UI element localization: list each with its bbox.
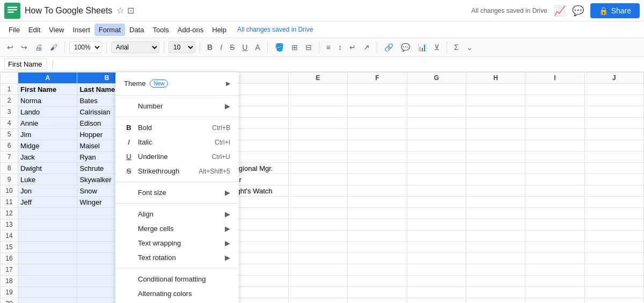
cell-19-I[interactable]	[525, 287, 584, 298]
underline-button[interactable]: U	[239, 41, 250, 53]
cell-14-E[interactable]	[288, 230, 347, 242]
cell-20-J[interactable]	[584, 298, 643, 304]
cell-5-F[interactable]	[348, 129, 407, 140]
menu-item-text-wrapping[interactable]: Text wrapping ▶	[115, 236, 239, 250]
cell-8-E[interactable]	[288, 163, 347, 174]
cell-1-F[interactable]	[348, 84, 407, 95]
cell-2-J[interactable]	[584, 95, 643, 106]
cell-2-A[interactable]: Norma	[18, 95, 77, 106]
cell-7-H[interactable]	[466, 152, 525, 163]
cell-10-E[interactable]	[288, 185, 347, 197]
cell-4-G[interactable]	[407, 118, 466, 129]
merge-button[interactable]: ⊟	[303, 41, 314, 53]
cell-19-F[interactable]	[348, 287, 407, 298]
cell-3-H[interactable]	[466, 106, 525, 118]
bold-button[interactable]: B	[204, 41, 215, 53]
cell-13-G[interactable]	[407, 219, 466, 230]
menu-edit[interactable]: Edit	[24, 24, 45, 36]
folder-icon[interactable]: ⊡	[127, 5, 134, 16]
cell-13-A[interactable]	[18, 219, 77, 230]
cell-1-I[interactable]	[525, 84, 584, 95]
format-menu[interactable]: Theme New ▶ Number ▶ B Bold Ctrl+B I	[115, 72, 239, 303]
italic-button[interactable]: I	[217, 41, 225, 53]
row-header[interactable]: 19	[1, 287, 18, 298]
menu-item-strikethrough[interactable]: S Strikethrough Alt+Shift+5	[115, 164, 239, 178]
cell-18-A[interactable]	[18, 276, 77, 287]
cell-19-J[interactable]	[584, 287, 643, 298]
cell-15-G[interactable]	[407, 242, 466, 253]
menu-help[interactable]: Help	[208, 24, 231, 36]
cell-18-G[interactable]	[407, 276, 466, 287]
row-header[interactable]: 2	[1, 95, 18, 106]
cell-17-F[interactable]	[348, 264, 407, 276]
text-color-button[interactable]: A	[252, 41, 262, 53]
cell-16-E[interactable]	[288, 253, 347, 264]
cell-11-E[interactable]	[288, 197, 347, 208]
cell-6-I[interactable]	[525, 140, 584, 152]
cell-12-G[interactable]	[407, 208, 466, 219]
menu-data[interactable]: Data	[125, 24, 148, 36]
row-header[interactable]: 16	[1, 253, 18, 264]
cell-19-G[interactable]	[407, 287, 466, 298]
col-header-h[interactable]: H	[466, 73, 525, 84]
cell-14-H[interactable]	[466, 230, 525, 242]
cell-11-H[interactable]	[466, 197, 525, 208]
row-header[interactable]: 11	[1, 197, 18, 208]
menu-item-alternating-colors[interactable]: Alternating colors	[115, 286, 239, 301]
menu-item-bold[interactable]: B Bold Ctrl+B	[115, 120, 239, 135]
cell-2-I[interactable]	[525, 95, 584, 106]
cell-17-G[interactable]	[407, 264, 466, 276]
cell-8-J[interactable]	[584, 163, 643, 174]
cell-18-I[interactable]	[525, 276, 584, 287]
cell-7-A[interactable]: Jack	[18, 152, 77, 163]
borders-button[interactable]: ⊞	[289, 41, 301, 53]
cell-9-A[interactable]: Luke	[18, 174, 77, 185]
redo-button[interactable]: ↪	[18, 41, 30, 53]
cell-12-J[interactable]	[584, 208, 643, 219]
cell-6-J[interactable]	[584, 140, 643, 152]
cell-13-F[interactable]	[348, 219, 407, 230]
cell-3-A[interactable]: Lando	[18, 106, 77, 118]
menu-format[interactable]: Format	[94, 24, 125, 36]
cell-10-A[interactable]: Jon	[18, 185, 77, 197]
valign-button[interactable]: ↕	[335, 41, 345, 53]
row-header[interactable]: 20	[1, 298, 18, 304]
rotate-button[interactable]: ↗	[361, 41, 372, 53]
share-button[interactable]: 🔒 Share	[590, 3, 640, 18]
functions-button[interactable]: Σ	[451, 41, 462, 53]
cell-16-I[interactable]	[525, 253, 584, 264]
cell-11-F[interactable]	[348, 197, 407, 208]
cell-12-I[interactable]	[525, 208, 584, 219]
cell-20-H[interactable]	[466, 298, 525, 304]
cell-6-A[interactable]: Midge	[18, 140, 77, 152]
cell-1-J[interactable]	[584, 84, 643, 95]
cell-13-J[interactable]	[584, 219, 643, 230]
cell-15-E[interactable]	[288, 242, 347, 253]
cell-7-I[interactable]	[525, 152, 584, 163]
formula-input[interactable]	[58, 60, 640, 68]
saved-in-drive-link[interactable]: All changes saved in Drive	[237, 26, 313, 33]
filter-button[interactable]: ⊻	[431, 41, 442, 53]
link-button[interactable]: 🔗	[382, 41, 396, 53]
col-header-i[interactable]: I	[525, 73, 584, 84]
cell-19-A[interactable]	[18, 287, 77, 298]
row-header[interactable]: 14	[1, 230, 18, 242]
cell-20-G[interactable]	[407, 298, 466, 304]
fill-color-button[interactable]: 🪣	[272, 41, 287, 53]
strikethrough-button[interactable]: S	[227, 41, 237, 53]
comment-icon[interactable]: 💬	[572, 5, 584, 17]
cell-12-A[interactable]	[18, 208, 77, 219]
cell-1-H[interactable]	[466, 84, 525, 95]
cell-6-E[interactable]	[288, 140, 347, 152]
halign-button[interactable]: ≡	[324, 41, 333, 53]
cell-9-J[interactable]	[584, 174, 643, 185]
cell-3-F[interactable]	[348, 106, 407, 118]
row-header[interactable]: 3	[1, 106, 18, 118]
cell-9-I[interactable]	[525, 174, 584, 185]
cell-1-E[interactable]	[288, 84, 347, 95]
cell-19-E[interactable]	[288, 287, 347, 298]
cell-2-E[interactable]	[288, 95, 347, 106]
cell-14-J[interactable]	[584, 230, 643, 242]
star-icon[interactable]: ☆	[116, 5, 124, 16]
menu-item-underline[interactable]: U Underline Ctrl+U	[115, 149, 239, 164]
